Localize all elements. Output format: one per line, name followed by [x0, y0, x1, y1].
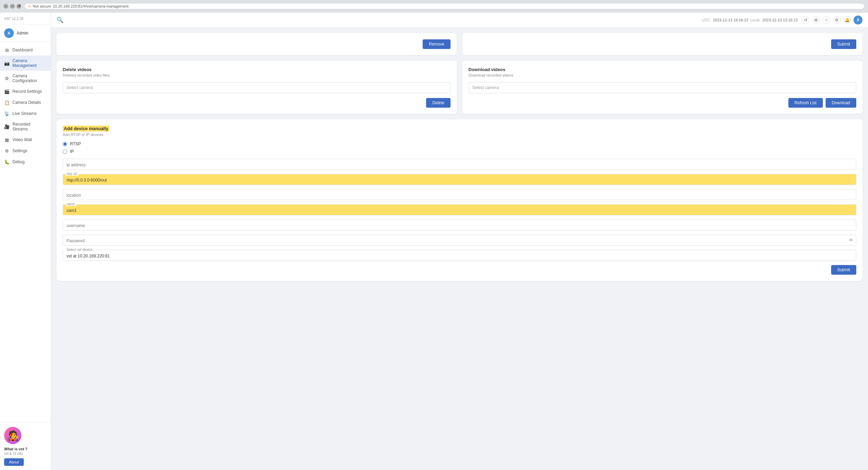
password-field: 👁 [63, 235, 856, 246]
submit-top-card: Submit [462, 33, 862, 55]
sidebar-item-camera-configuration[interactable]: ⚙ Camera Configuration [0, 71, 51, 86]
sidebar-item-label: Settings [12, 148, 27, 153]
security-icon: ⚠ [28, 4, 31, 8]
download-camera-select[interactable]: Select camera [468, 82, 856, 93]
delete-camera-select[interactable]: Select camera [63, 82, 451, 93]
add-device-card: Add device manually Add RTSP or IP devic… [57, 119, 862, 281]
star-icon[interactable]: ☆ [822, 16, 830, 24]
settings-top-icon[interactable]: ⚙ [833, 16, 840, 24]
nav-items: ⊞ Dashboard 📷 Camera Management ⚙ Camera… [0, 42, 51, 422]
utc-time: 2023-12-13 19:16:13 [713, 18, 748, 22]
ip-address-field [63, 159, 856, 170]
username-field [63, 219, 856, 231]
sidebar-item-camera-details[interactable]: 📋 Camera Details [0, 97, 51, 108]
browser-bar: ← → ↺ ⚠ Not secure 10.20.169.220:81/#/vs… [0, 0, 868, 12]
download-videos-title: Download videos [468, 67, 856, 72]
ip-address-input[interactable] [63, 159, 856, 170]
address-bar[interactable]: ⚠ Not secure 10.20.169.220:81/#/vst/came… [24, 3, 865, 9]
sidebar-item-dashboard[interactable]: ⊞ Dashboard [0, 45, 51, 56]
video-wall-icon: ▦ [4, 137, 10, 143]
location-field [63, 189, 856, 200]
download-videos-subtitle: Download recorded videos [468, 73, 856, 77]
name-input[interactable] [63, 204, 856, 215]
main-content: Remove Submit Delete videos Deleted reco… [51, 28, 868, 470]
sidebar-item-record-settings[interactable]: 🎬 Record Settings [0, 86, 51, 97]
user-avatar-top[interactable]: A [854, 16, 862, 25]
download-card-actions: Refresh List Download [468, 98, 856, 108]
remove-button[interactable]: Remove [423, 39, 451, 49]
sidebar-item-recorded-streams[interactable]: 🎥 Recorded Streams [0, 119, 51, 134]
user-name: Admin [17, 31, 28, 36]
ip-radio[interactable] [63, 149, 67, 154]
select-vst-input[interactable] [63, 250, 856, 261]
utc-label: UTC: [702, 18, 711, 22]
about-button[interactable]: About [4, 458, 24, 466]
delete-button[interactable]: Delete [426, 98, 451, 108]
sidebar-item-label: Recorded Streams [12, 122, 47, 131]
sidebar-header: VST v1.2.33 [0, 12, 51, 25]
device-type-radio-group: RTSP IP [63, 141, 856, 154]
live-streams-icon: 📡 [4, 111, 10, 116]
delete-card-actions: Delete [63, 98, 451, 108]
remove-card: Remove [57, 33, 457, 55]
forward-button[interactable]: → [10, 4, 15, 9]
camera-details-icon: 📋 [4, 100, 10, 105]
local-label: Local: [750, 18, 760, 22]
rtsp-url-input[interactable] [63, 174, 856, 185]
browser-controls: ← → ↺ [3, 4, 21, 9]
camera-configuration-icon: ⚙ [4, 76, 10, 81]
local-time: 2023-12-13 13:16:13 [763, 18, 798, 22]
app-name: VST [4, 17, 11, 21]
sidebar-item-label: Video Wall [12, 137, 32, 142]
reload-button[interactable]: ↺ [17, 4, 21, 9]
name-label: name [65, 202, 76, 206]
submit-top-button[interactable]: Submit [831, 39, 856, 49]
eye-icon[interactable]: 👁 [849, 237, 854, 243]
select-vst-field: Select vst device [63, 250, 856, 261]
rtsp-radio[interactable] [63, 142, 67, 146]
sidebar-avatar-image: 🧑‍🎤 [4, 427, 21, 444]
app-version: v1.2.33 [12, 17, 23, 21]
top-cards-row: Remove Submit [57, 33, 862, 55]
bell-icon[interactable]: 🔔 [843, 16, 851, 24]
vst-sub-label: vst & UI info [4, 452, 47, 456]
name-field: name [63, 204, 856, 215]
sidebar: VST v1.2.33 A Admin ⊞ Dashboard 📷 Camera… [0, 12, 51, 470]
sidebar-item-label: Camera Management [12, 58, 47, 68]
sidebar-item-label: Camera Configuration [12, 74, 47, 83]
download-videos-card: Download videos Download recorded videos… [462, 61, 862, 114]
password-input[interactable] [63, 235, 856, 246]
user-top-initials: A [857, 18, 859, 22]
ip-label: IP [70, 149, 74, 154]
search-icon[interactable]: 🔍 [57, 17, 63, 23]
debug-icon: 🐛 [4, 159, 10, 165]
rtsp-radio-label[interactable]: RTSP [63, 141, 856, 146]
add-device-title-text: Add device manually [63, 126, 109, 131]
grid-icon[interactable]: ⊞ [812, 16, 820, 24]
sidebar-bottom: 🧑‍🎤 What is vst ? vst & UI info About [0, 422, 51, 470]
back-button[interactable]: ← [3, 4, 8, 9]
time-section: UTC: 2023-12-13 19:16:13 Local: 2023-12-… [702, 18, 798, 22]
sidebar-item-debug[interactable]: 🐛 Debug [0, 156, 51, 167]
search-icon-wrap[interactable]: 🔍 [57, 17, 63, 23]
sidebar-item-camera-management[interactable]: 📷 Camera Management [0, 56, 51, 71]
user-initials: A [8, 31, 10, 35]
delete-videos-card: Delete videos Deleted recorded video fil… [57, 61, 457, 114]
url-display: 10.20.169.220:81/#/vst/camera-management [53, 4, 129, 8]
sidebar-item-video-wall[interactable]: ▦ Video Wall [0, 134, 51, 145]
rtsp-url-label: rtsp url [65, 172, 78, 176]
sidebar-item-settings[interactable]: ⚙ Settings [0, 145, 51, 156]
refresh-icon[interactable]: ↺ [802, 16, 809, 24]
location-input[interactable] [63, 189, 856, 200]
ip-radio-label[interactable]: IP [63, 149, 856, 154]
app-logo: VST v1.2.33 [4, 16, 47, 21]
delete-videos-subtitle: Deleted recorded video files [63, 73, 451, 77]
refresh-list-button[interactable]: Refresh List [788, 98, 823, 108]
rtsp-url-field: rtsp url [63, 174, 856, 185]
download-button[interactable]: Download [826, 98, 856, 108]
sidebar-item-live-streams[interactable]: 📡 Live Streams [0, 108, 51, 119]
dashboard-icon: ⊞ [4, 47, 10, 53]
add-device-submit-button[interactable]: Submit [831, 265, 856, 275]
record-settings-icon: 🎬 [4, 89, 10, 94]
username-input[interactable] [63, 219, 856, 231]
